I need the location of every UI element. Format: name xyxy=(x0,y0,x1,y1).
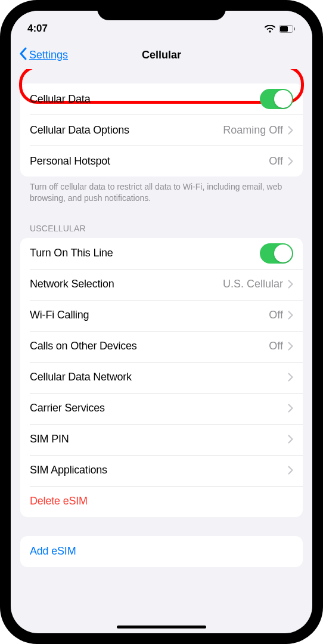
row-sim-pin[interactable]: SIM PIN xyxy=(20,424,303,455)
row-label: Add eSIM xyxy=(30,545,293,558)
row-cellular-data-network[interactable]: Cellular Data Network xyxy=(20,362,303,393)
section-cellular: Cellular Data Cellular Data Options Roam… xyxy=(20,83,303,177)
chevron-left-icon xyxy=(19,47,27,63)
row-value: Off xyxy=(269,309,283,321)
back-button[interactable]: Settings xyxy=(19,47,68,63)
chevron-right-icon xyxy=(288,280,293,289)
device-frame: 4:07 Settings Cellular xyxy=(0,0,323,644)
svg-rect-1 xyxy=(280,26,288,32)
wifi-icon xyxy=(265,25,275,33)
line-toggle[interactable] xyxy=(260,243,293,264)
status-right xyxy=(265,25,296,33)
row-wifi-calling[interactable]: Wi-Fi Calling Off xyxy=(20,300,303,331)
row-value: Off xyxy=(269,340,283,352)
row-cellular-data[interactable]: Cellular Data xyxy=(20,83,303,114)
chevron-right-icon xyxy=(288,311,293,320)
content: Cellular Data Cellular Data Options Roam… xyxy=(11,69,312,633)
chevron-right-icon xyxy=(288,342,293,351)
row-cellular-data-options[interactable]: Cellular Data Options Roaming Off xyxy=(20,114,303,145)
row-personal-hotspot[interactable]: Personal Hotspot Off xyxy=(20,145,303,177)
screen: 4:07 Settings Cellular xyxy=(11,11,312,633)
back-label: Settings xyxy=(29,49,68,61)
row-turn-on-line[interactable]: Turn On This Line xyxy=(20,238,303,269)
section-footer: Turn off cellular data to restrict all d… xyxy=(11,177,312,208)
row-value: Off xyxy=(269,155,283,168)
row-label: Cellular Data xyxy=(30,93,260,106)
chevron-right-icon xyxy=(288,373,293,382)
status-time: 4:07 xyxy=(27,23,48,35)
battery-icon xyxy=(279,25,296,33)
home-indicator[interactable] xyxy=(117,626,206,628)
section-carrier: Turn On This Line Network Selection U.S.… xyxy=(20,238,303,517)
section-add-esim: Add eSIM xyxy=(20,536,303,567)
row-value: Roaming Off xyxy=(223,124,283,137)
svg-rect-2 xyxy=(294,27,295,30)
chevron-right-icon xyxy=(288,126,293,135)
row-label: Calls on Other Devices xyxy=(30,340,269,352)
row-sim-applications[interactable]: SIM Applications xyxy=(20,455,303,486)
row-calls-other-devices[interactable]: Calls on Other Devices Off xyxy=(20,331,303,362)
row-label: Cellular Data Network xyxy=(30,371,288,383)
chevron-right-icon xyxy=(288,404,293,413)
row-network-selection[interactable]: Network Selection U.S. Cellular xyxy=(20,269,303,300)
row-label: Carrier Services xyxy=(30,402,288,414)
row-label: Delete eSIM xyxy=(30,495,293,507)
nav-title: Cellular xyxy=(142,49,181,61)
row-label: Turn On This Line xyxy=(30,247,260,259)
row-label: Cellular Data Options xyxy=(30,124,223,137)
section-header: USCELLULAR xyxy=(11,208,312,238)
row-value: U.S. Cellular xyxy=(223,278,283,290)
row-label: SIM PIN xyxy=(30,433,288,445)
row-add-esim[interactable]: Add eSIM xyxy=(20,536,303,567)
row-label: Personal Hotspot xyxy=(30,155,269,168)
row-label: Network Selection xyxy=(30,278,223,290)
row-carrier-services[interactable]: Carrier Services xyxy=(20,393,303,424)
row-label: SIM Applications xyxy=(30,464,288,476)
row-label: Wi-Fi Calling xyxy=(30,309,269,321)
chevron-right-icon xyxy=(288,157,293,166)
notch xyxy=(97,0,226,20)
nav-bar: Settings Cellular xyxy=(11,41,312,69)
chevron-right-icon xyxy=(288,435,293,444)
row-delete-esim[interactable]: Delete eSIM xyxy=(20,486,303,517)
cellular-data-toggle[interactable] xyxy=(260,89,293,109)
chevron-right-icon xyxy=(288,466,293,475)
